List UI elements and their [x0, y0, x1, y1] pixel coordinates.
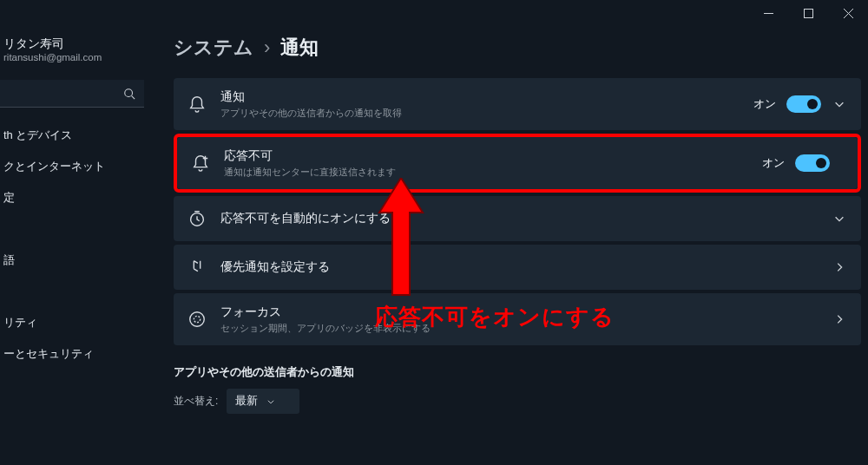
chevron-down-icon: [833, 98, 845, 110]
minimize-button[interactable]: [748, 0, 788, 26]
section-heading: アプリやその他の送信者からの通知: [174, 364, 861, 380]
nav-item[interactable]: ーとセキュリティ: [0, 338, 148, 370]
priority-icon: [187, 258, 207, 277]
search-icon: [123, 88, 135, 100]
row-subtitle: アプリやその他の送信者からの通知を取得: [220, 107, 402, 120]
sort-row: 並べ替え: 最新: [174, 389, 861, 414]
annotation-highlight: 応答不可 通知は通知センターに直接送信されます オン: [174, 134, 861, 193]
nav-item[interactable]: [0, 276, 148, 307]
svg-point-3: [190, 312, 205, 327]
bell-icon: [187, 95, 207, 114]
annotation-text: 応答不可をオンにする: [375, 302, 615, 332]
svg-rect-0: [804, 9, 812, 17]
svg-point-4: [194, 316, 200, 322]
sort-select[interactable]: 最新: [227, 389, 299, 414]
user-name: リタン寿司: [3, 36, 137, 52]
row-title: 応答不可: [224, 148, 396, 164]
svg-point-1: [125, 88, 133, 96]
chevron-right-icon: [833, 313, 845, 325]
nav-item[interactable]: 定: [0, 182, 148, 213]
user-block[interactable]: リタン寿司 ritansushi@gmail.com: [0, 36, 148, 75]
close-button[interactable]: [828, 0, 868, 26]
chevron-down-icon: [266, 397, 275, 406]
row-title: 優先通知を設定する: [220, 259, 330, 275]
toggle-switch[interactable]: [786, 95, 821, 113]
toggle-state: オン: [762, 155, 785, 171]
nav-item[interactable]: 語: [0, 245, 148, 276]
do-not-disturb-row[interactable]: 応答不可 通知は通知センターに直接送信されます オン: [177, 137, 858, 189]
breadcrumb-separator: ›: [264, 36, 270, 59]
breadcrumb-parent[interactable]: システム: [174, 35, 253, 61]
row-title: 応答不可を自動的にオンにする: [220, 211, 391, 226]
nav-item[interactable]: [0, 213, 148, 245]
search-input[interactable]: [0, 80, 144, 108]
row-subtitle: 通知は通知センターに直接送信されます: [224, 166, 396, 179]
notifications-row[interactable]: 通知 アプリやその他の送信者からの通知を取得 オン: [174, 78, 861, 130]
chevron-right-icon: [833, 261, 845, 273]
toggle-state: オン: [753, 96, 776, 112]
auto-dnd-row[interactable]: 応答不可を自動的にオンにする: [174, 196, 861, 241]
focus-icon: [187, 310, 207, 329]
nav-item[interactable]: th とデバイス: [0, 120, 148, 151]
sidebar: リタン寿司 ritansushi@gmail.com th とデバイス クとイン…: [0, 26, 148, 465]
breadcrumb-current: 通知: [280, 35, 319, 61]
nav-item[interactable]: クとインターネット: [0, 151, 148, 182]
main-content: システム › 通知 通知 アプリやその他の送信者からの通知を取得 オン 応答不可…: [174, 35, 861, 414]
toggle-switch[interactable]: [795, 154, 830, 172]
nav-list: th とデバイス クとインターネット 定 語 リティ ーとセキュリティ: [0, 120, 148, 370]
sort-value: 最新: [235, 394, 258, 409]
maximize-button[interactable]: [788, 0, 828, 26]
user-email: ritansushi@gmail.com: [3, 52, 137, 62]
row-title: 通知: [220, 89, 402, 105]
priority-notifications-row[interactable]: 優先通知を設定する: [174, 245, 861, 290]
clock-icon: [187, 209, 207, 228]
dnd-bell-icon: [191, 154, 210, 173]
sort-label: 並べ替え:: [174, 394, 218, 409]
breadcrumb: システム › 通知: [174, 35, 861, 61]
window-controls: [748, 0, 868, 26]
chevron-down-icon: [833, 213, 845, 225]
nav-item[interactable]: リティ: [0, 307, 148, 338]
